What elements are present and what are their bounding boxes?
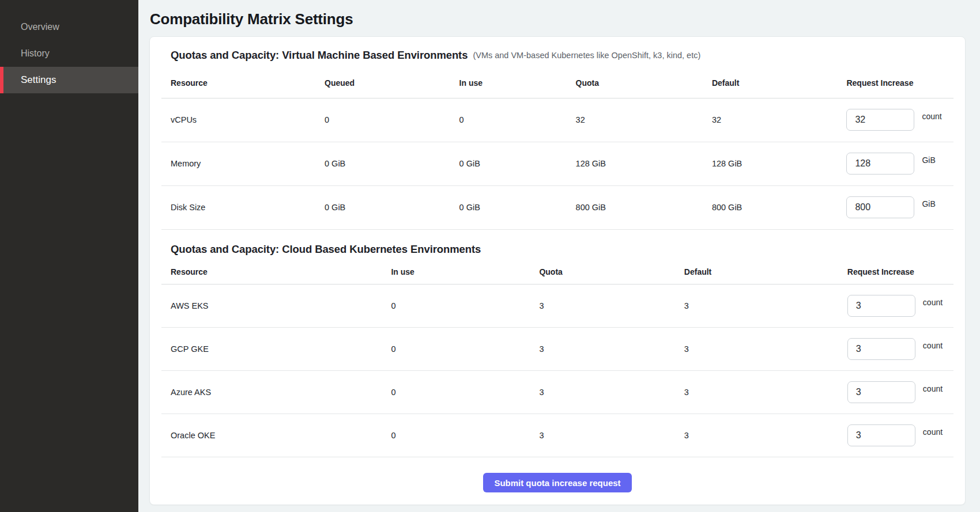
request-increase-cell: count <box>847 424 953 446</box>
sidebar-item-settings[interactable]: Settings <box>0 67 138 93</box>
column-header-request-increase: Request Increase <box>847 260 953 285</box>
vm-section-subtitle: (VMs and VM-based Kubernetes like OpenSh… <box>473 51 700 60</box>
column-header-resource: Resource <box>161 260 391 285</box>
sidebar-item-label: Overview <box>21 22 59 32</box>
cloud-section-header: Quotas and Capacity: Cloud Based Kuberne… <box>161 239 953 260</box>
request-increase-cell: count <box>846 109 953 131</box>
aws-eks-request-input[interactable] <box>847 295 915 317</box>
in-use-value: 0 <box>391 371 539 414</box>
vcpus-request-input[interactable] <box>846 109 914 131</box>
in-use-value: 0 <box>391 285 539 328</box>
disk-size-request-input[interactable] <box>846 196 914 218</box>
in-use-value: 0 GiB <box>459 142 576 185</box>
column-header-request-increase: Request Increase <box>846 68 953 98</box>
unit-label: count <box>923 384 943 393</box>
request-increase-cell: GiB <box>846 153 953 175</box>
table-row: vCPUs 0 0 32 32 count <box>161 98 953 142</box>
unit-label: GiB <box>922 156 935 165</box>
quota-value: 3 <box>539 285 684 328</box>
request-increase-cell: count <box>847 338 953 360</box>
unit-label: count <box>923 298 943 307</box>
sidebar-item-label: History <box>21 48 50 59</box>
column-header-quota: Quota <box>576 68 712 98</box>
in-use-value: 0 GiB <box>459 185 576 229</box>
in-use-value: 0 <box>391 328 539 371</box>
queued-value: 0 GiB <box>325 142 459 185</box>
sidebar-item-history[interactable]: History <box>0 40 138 67</box>
unit-label: count <box>922 112 941 121</box>
vm-quota-table: Resource Queued In use Quota Default Req… <box>161 68 953 230</box>
column-header-quota: Quota <box>539 260 684 285</box>
vm-section-title: Quotas and Capacity: Virtual Machine Bas… <box>171 49 468 62</box>
page-title: Compatibility Matrix Settings <box>150 10 966 28</box>
default-value: 3 <box>684 371 847 414</box>
queued-value: 0 <box>325 98 459 142</box>
table-row: Oracle OKE 0 3 3 count <box>161 414 953 457</box>
default-value: 3 <box>684 285 847 328</box>
table-row: Memory 0 GiB 0 GiB 128 GiB 128 GiB GiB <box>161 142 953 185</box>
quota-value: 3 <box>539 328 684 371</box>
table-header-row: Resource Queued In use Quota Default Req… <box>161 68 953 98</box>
column-header-in-use: In use <box>459 68 576 98</box>
table-row: Disk Size 0 GiB 0 GiB 800 GiB 800 GiB Gi… <box>161 185 953 229</box>
oracle-oke-request-input[interactable] <box>847 424 915 446</box>
azure-aks-request-input[interactable] <box>847 381 915 403</box>
vm-section-header: Quotas and Capacity: Virtual Machine Bas… <box>161 43 953 68</box>
resource-name: Oracle OKE <box>161 414 391 457</box>
table-row: AWS EKS 0 3 3 count <box>161 285 953 328</box>
main-content: Compatibility Matrix Settings Quotas and… <box>138 0 980 512</box>
column-header-resource: Resource <box>161 68 325 98</box>
submit-button-row: Submit quota increase request <box>161 473 953 492</box>
resource-name: Disk Size <box>161 185 325 229</box>
unit-label: count <box>923 427 943 437</box>
unit-label: count <box>923 341 943 350</box>
unit-label: GiB <box>922 199 935 208</box>
memory-request-input[interactable] <box>846 153 914 175</box>
resource-name: AWS EKS <box>161 285 391 328</box>
default-value: 800 GiB <box>712 185 847 229</box>
resource-name: Memory <box>161 142 325 185</box>
column-header-in-use: In use <box>391 260 539 285</box>
column-header-queued: Queued <box>325 68 459 98</box>
table-row: GCP GKE 0 3 3 count <box>161 328 953 371</box>
resource-name: vCPUs <box>161 98 325 142</box>
cloud-section-title: Quotas and Capacity: Cloud Based Kuberne… <box>171 243 481 256</box>
default-value: 32 <box>712 98 847 142</box>
cloud-quota-table: Resource In use Quota Default Request In… <box>161 260 953 458</box>
quota-value: 3 <box>539 414 684 457</box>
request-increase-cell: count <box>847 295 953 317</box>
quota-value: 800 GiB <box>576 185 712 229</box>
default-value: 3 <box>684 414 847 457</box>
column-header-default: Default <box>712 68 847 98</box>
quota-value: 32 <box>576 98 712 142</box>
default-value: 128 GiB <box>712 142 847 185</box>
default-value: 3 <box>684 328 847 371</box>
request-increase-cell: GiB <box>846 196 953 218</box>
sidebar-item-label: Settings <box>21 74 56 86</box>
request-increase-cell: count <box>847 381 953 403</box>
queued-value: 0 GiB <box>325 185 459 229</box>
sidebar: Overview History Settings <box>0 0 138 512</box>
quota-settings-card: Quotas and Capacity: Virtual Machine Bas… <box>149 36 966 505</box>
table-header-row: Resource In use Quota Default Request In… <box>161 260 953 285</box>
in-use-value: 0 <box>391 414 539 457</box>
quota-value: 3 <box>539 371 684 414</box>
submit-quota-increase-button[interactable]: Submit quota increase request <box>483 473 631 492</box>
in-use-value: 0 <box>459 98 576 142</box>
sidebar-item-overview[interactable]: Overview <box>0 14 138 40</box>
gcp-gke-request-input[interactable] <box>847 338 915 360</box>
resource-name: GCP GKE <box>161 328 391 371</box>
resource-name: Azure AKS <box>161 371 391 414</box>
quota-value: 128 GiB <box>576 142 712 185</box>
table-row: Azure AKS 0 3 3 count <box>161 371 953 414</box>
column-header-default: Default <box>684 260 847 285</box>
